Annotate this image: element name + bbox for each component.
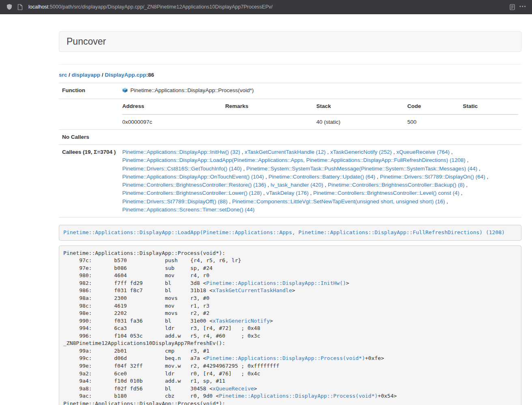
no-callers-label: No Callers xyxy=(59,129,119,144)
disassembly-pre: Pinetime::Applications::DisplayApp::Proc… xyxy=(59,246,521,405)
meatball-menu-icon: ⋯ xyxy=(519,2,526,11)
selected-symbol-link[interactable]: Pinetime::Applications::DisplayApp::Load… xyxy=(63,229,505,235)
site-identity-button[interactable] xyxy=(15,2,25,12)
callees-list: Pinetime::Applications::DisplayApp::Init… xyxy=(119,145,521,218)
callee-link[interactable]: Pinetime::Drivers::Cst816S::GetTouchInfo… xyxy=(122,166,241,172)
breadcrumb: src / displayapp / DisplayApp.cpp:86 xyxy=(59,72,521,78)
menu-button[interactable]: ⋯ xyxy=(517,2,528,12)
content-container: Puncover src / displayapp / DisplayApp.c… xyxy=(59,31,521,405)
symbol-link[interactable]: xTaskGenericNotify xyxy=(213,318,270,324)
breadcrumb-separator: / xyxy=(67,72,71,78)
symbol-link[interactable]: Pinetime::Applications::DisplayApp::Init… xyxy=(206,280,346,286)
function-row: Function Pinetime::Ap xyxy=(59,83,521,99)
url-host: localhost xyxy=(28,4,48,10)
callees-label: Callees (19, Σ=3704 ) xyxy=(59,145,119,218)
function-icon xyxy=(122,87,128,95)
stats-row: Address Remarks Stack Code Static xyxy=(59,99,521,130)
stat-static xyxy=(463,114,518,126)
selected-symbol-pre: Pinetime::Applications::DisplayApp::Load… xyxy=(59,225,521,241)
callee-link[interactable]: Pinetime::Applications::DisplayApp::Load… xyxy=(122,157,465,163)
brand-link[interactable]: Puncover xyxy=(67,36,106,47)
callee-link[interactable]: Pinetime::Controllers::Battery::Update()… xyxy=(269,174,375,180)
column-header-code: Code xyxy=(407,102,463,114)
shield-icon xyxy=(6,4,13,10)
symbol-link[interactable]: Pinetime::Applications::DisplayApp::Proc… xyxy=(219,393,378,399)
callee-link[interactable]: Pinetime::Controllers::BrightnessControl… xyxy=(122,190,262,196)
reader-view-icon xyxy=(509,4,515,10)
no-callers-row: No Callers xyxy=(59,129,521,144)
function-cell: Pinetime::Applications::DisplayApp::Proc… xyxy=(119,83,521,99)
symbol-link[interactable]: xQueueReceive xyxy=(213,386,254,392)
callee-link[interactable]: Pinetime::Controllers::BrightnessControl… xyxy=(328,182,465,188)
stat-stack: 40 (static) xyxy=(316,114,407,126)
symbol-link[interactable]: xTaskGetCurrentTaskHandle xyxy=(213,287,292,293)
callee-link[interactable]: xTaskGenericNotify (252) xyxy=(330,149,392,155)
callee-link[interactable]: xQueueReceive (764) xyxy=(396,149,450,155)
url-bar[interactable]: localhost:5000/path/src/displayapp/Displ… xyxy=(28,4,507,10)
callee-link[interactable]: Pinetime::Drivers::St7789::DisplayOff() … xyxy=(122,198,227,205)
callees-row: Callees (19, Σ=3704 ) Pinetime::Applicat… xyxy=(59,145,521,218)
line-number: :86 xyxy=(146,72,154,78)
puncover-page: Puncover src / displayapp / DisplayApp.c… xyxy=(0,31,532,405)
breadcrumb-link-file[interactable]: DisplayApp.cpp xyxy=(105,72,146,78)
breadcrumb-link-src[interactable]: src xyxy=(59,72,67,78)
empty-label xyxy=(59,99,119,130)
callee-link[interactable]: Pinetime::Controllers::BrightnessControl… xyxy=(122,182,266,188)
reader-view-button[interactable] xyxy=(507,2,517,12)
breadcrumb-separator: / xyxy=(100,72,105,78)
column-header-static: Static xyxy=(463,102,518,114)
callee-link[interactable]: vTaskDelay (176) xyxy=(266,190,308,196)
stats-cell: Address Remarks Stack Code Static xyxy=(119,99,521,130)
browser-window: localhost:5000/path/src/displayapp/Displ… xyxy=(0,0,532,405)
no-callers-cell xyxy=(119,129,521,144)
stat-code: 500 xyxy=(407,114,463,126)
breadcrumb-link-displayapp[interactable]: displayapp xyxy=(72,72,101,78)
column-header-address: Address xyxy=(122,102,225,114)
stats-values-row: 0x0000097c 40 (static) 500 xyxy=(122,114,518,126)
callee-link[interactable]: Pinetime::Components::LittleVgl::SetNewT… xyxy=(232,198,445,205)
symbol-link[interactable]: Pinetime::Applications::DisplayApp::Proc… xyxy=(206,355,365,361)
navbar: Puncover xyxy=(59,31,521,52)
function-table: Function Pinetime::Ap xyxy=(59,83,521,218)
function-label: Function xyxy=(59,83,119,99)
url-path: :5000/path/src/displayapp/DisplayApp.cpp… xyxy=(48,4,272,10)
callee-link[interactable]: Pinetime::Applications::DisplayApp::Init… xyxy=(122,149,240,155)
column-header-remarks: Remarks xyxy=(225,102,316,114)
tracking-protection-button[interactable] xyxy=(4,2,15,12)
stat-remarks xyxy=(225,114,316,126)
callee-link[interactable]: lv_task_handler (420) xyxy=(271,182,323,188)
callee-link[interactable]: Pinetime::Drivers::St7789::DisplayOn() (… xyxy=(380,174,485,180)
stats-table: Address Remarks Stack Code Static xyxy=(122,102,518,126)
callee-link[interactable]: xTaskGetCurrentTaskHandle (12) xyxy=(245,149,326,155)
callee-link[interactable]: Pinetime::System::SystemTask::PushMessag… xyxy=(246,166,477,172)
stats-header-row: Address Remarks Stack Code Static xyxy=(122,102,518,114)
page-icon xyxy=(17,4,23,10)
browser-toolbar: localhost:5000/path/src/displayapp/Displ… xyxy=(0,0,532,14)
function-name: Pinetime::Applications::DisplayApp::Proc… xyxy=(130,86,254,95)
callee-link[interactable]: Pinetime::Controllers::BrightnessControl… xyxy=(313,190,459,196)
divider xyxy=(59,64,521,65)
column-header-stack: Stack xyxy=(316,102,407,114)
callee-link[interactable]: Pinetime::Applications::Screens::Timer::… xyxy=(122,207,254,213)
callee-link[interactable]: Pinetime::Applications::DisplayApp::OnTo… xyxy=(122,174,264,180)
stat-address: 0x0000097c xyxy=(122,114,225,126)
